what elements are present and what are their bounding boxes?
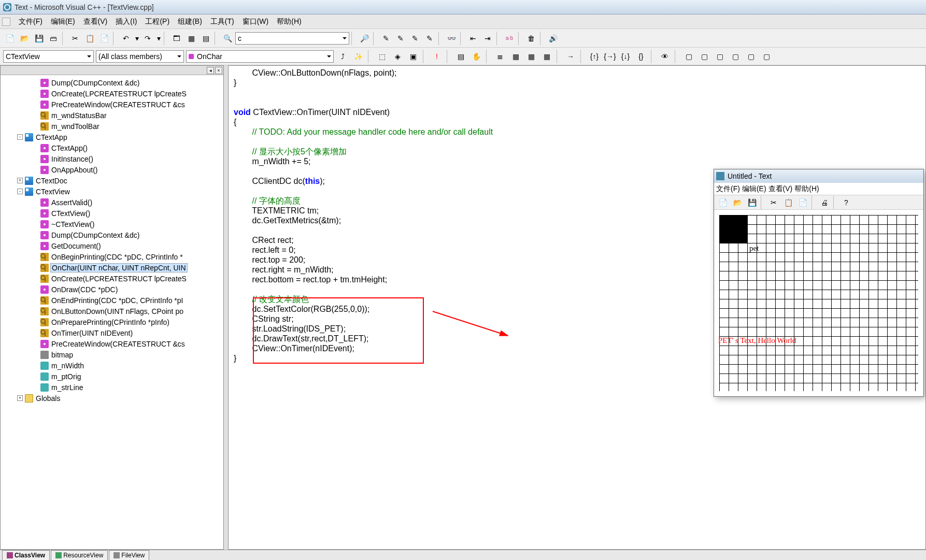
wand-red-icon[interactable]: ✎ bbox=[379, 32, 393, 45]
child-menu-edit[interactable]: 编辑(E) bbox=[742, 184, 766, 194]
expand-icon[interactable]: + bbox=[17, 178, 23, 183]
tree-node[interactable]: PreCreateWindow(CREATESTRUCT &cs bbox=[2, 99, 222, 110]
dbg4-button[interactable]: ▦ bbox=[540, 50, 553, 63]
wand2-button[interactable]: ✎ bbox=[408, 32, 422, 45]
expand-icon[interactable]: - bbox=[17, 134, 23, 140]
tree-node[interactable]: +CTextDoc bbox=[2, 175, 222, 186]
undo-button[interactable]: ↶ bbox=[119, 32, 133, 45]
tree-node[interactable]: InitInstance() bbox=[2, 153, 222, 164]
menu-build[interactable]: 组建(B) bbox=[174, 16, 206, 27]
step-over-button[interactable]: {→} bbox=[603, 50, 617, 63]
child-new-button[interactable]: 📄 bbox=[716, 196, 730, 209]
output-button[interactable]: ▤ bbox=[199, 32, 212, 45]
tab-fileview[interactable]: FileView bbox=[109, 550, 149, 560]
w6-button[interactable]: ▢ bbox=[760, 50, 773, 63]
panel-left-button[interactable]: ◂ bbox=[207, 67, 214, 74]
binoculars-icon[interactable]: 👓 bbox=[445, 32, 458, 45]
dbg2-button[interactable]: ▦ bbox=[509, 50, 522, 63]
save-button[interactable]: 💾 bbox=[32, 32, 46, 45]
w5-button[interactable]: ▢ bbox=[744, 50, 758, 63]
tree-node[interactable]: OnCreate(LPCREATESTRUCT lpCreateS bbox=[2, 88, 222, 99]
filter-combo[interactable]: (All class members) bbox=[96, 50, 184, 63]
run-button[interactable]: → bbox=[564, 50, 577, 63]
member-combo[interactable]: OnChar bbox=[186, 50, 334, 63]
tree-node[interactable]: OnBeginPrinting(CDC *pDC, CPrintInfo * bbox=[2, 251, 222, 262]
tree-node[interactable]: OnDraw(CDC *pDC) bbox=[2, 284, 222, 295]
tree-node[interactable]: OnAppAbout() bbox=[2, 164, 222, 175]
go-button[interactable]: ⤴ bbox=[336, 50, 349, 63]
expand-icon[interactable]: - bbox=[17, 189, 23, 194]
menu-project[interactable]: 工程(P) bbox=[141, 16, 174, 27]
indent-inc-button[interactable]: ⇥ bbox=[481, 32, 494, 45]
step-out-button[interactable]: {↑} bbox=[588, 50, 601, 63]
child-menu-view[interactable]: 查看(V) bbox=[768, 184, 793, 194]
child-copy-button[interactable]: 📋 bbox=[781, 196, 795, 209]
menu-view[interactable]: 查看(V) bbox=[79, 16, 112, 27]
child-save-button[interactable]: 💾 bbox=[745, 196, 759, 209]
tree-node[interactable]: m_strLine bbox=[2, 382, 222, 393]
tree-node[interactable]: OnEndPrinting(CDC *pDC, CPrintInfo *pI bbox=[2, 295, 222, 306]
find-tool-button[interactable]: 🔎 bbox=[358, 32, 371, 45]
tree-node[interactable]: m_wndToolBar bbox=[2, 121, 222, 132]
b1-button[interactable]: ⬚ bbox=[375, 50, 389, 63]
menu-edit[interactable]: 编辑(E) bbox=[47, 16, 79, 27]
child-help-button[interactable]: ? bbox=[839, 196, 853, 209]
tree-node[interactable]: OnPreparePrinting(CPrintInfo *pInfo) bbox=[2, 317, 222, 327]
menu-file[interactable]: 文件(F) bbox=[15, 16, 47, 27]
new-text-button[interactable]: 📄 bbox=[3, 32, 17, 45]
wand3-button[interactable]: ✎ bbox=[423, 32, 436, 45]
child-menu-help[interactable]: 帮助(H) bbox=[794, 184, 819, 194]
paste-button[interactable]: 📄 bbox=[97, 32, 111, 45]
tree-node[interactable]: OnTimer(UINT nIDEvent) bbox=[2, 327, 222, 338]
wiz-button[interactable]: ✨ bbox=[351, 50, 365, 63]
tree-node[interactable]: PreCreateWindow(CREATESTRUCT &cs bbox=[2, 338, 222, 349]
tree-node[interactable]: +Globals bbox=[2, 393, 222, 404]
hand-icon[interactable]: ✋ bbox=[469, 50, 483, 63]
tab-classview[interactable]: ClassView bbox=[2, 550, 50, 560]
tree-node[interactable]: Dump(CDumpContext &dc) bbox=[2, 229, 222, 240]
wand-button[interactable]: ✎ bbox=[394, 32, 407, 45]
window-list-button[interactable]: ▦ bbox=[184, 32, 198, 45]
w1-button[interactable]: ▢ bbox=[682, 50, 695, 63]
brace-button[interactable]: {} bbox=[634, 50, 648, 63]
step-in-button[interactable]: {↓} bbox=[619, 50, 632, 63]
tree-node[interactable]: ~CTextView() bbox=[2, 219, 222, 229]
dbg1-button[interactable]: ≣ bbox=[493, 50, 507, 63]
menu-tools[interactable]: 工具(T) bbox=[206, 16, 238, 27]
copy-button[interactable]: 📋 bbox=[83, 32, 96, 45]
open-button[interactable]: 📂 bbox=[18, 32, 31, 45]
panel-close-button[interactable]: × bbox=[215, 67, 222, 74]
tree-node[interactable]: CTextView() bbox=[2, 208, 222, 219]
redo-button[interactable]: ↷ bbox=[141, 32, 154, 45]
tree-node[interactable]: -CTextApp bbox=[2, 132, 222, 142]
dbg3-button[interactable]: ▦ bbox=[524, 50, 538, 63]
tree-node[interactable]: GetDocument() bbox=[2, 240, 222, 251]
b2-button[interactable]: ◈ bbox=[391, 50, 404, 63]
delete-button[interactable]: 🗑 bbox=[524, 32, 538, 45]
child-print-button[interactable]: 🖨 bbox=[818, 196, 831, 209]
tree-node[interactable]: OnCreate(LPCREATESTRUCT lpCreateS bbox=[2, 273, 222, 284]
watch-button[interactable]: 👁 bbox=[658, 50, 672, 63]
workspace-button[interactable]: 🗔 bbox=[170, 32, 183, 45]
menu-insert[interactable]: 插入(I) bbox=[111, 16, 141, 27]
tab-resourceview[interactable]: ResourceView bbox=[51, 550, 108, 560]
tree-node[interactable]: bitmap bbox=[2, 349, 222, 360]
w3-button[interactable]: ▢ bbox=[713, 50, 726, 63]
indent-dec-button[interactable]: ⇤ bbox=[466, 32, 480, 45]
breakpoint-button[interactable]: ! bbox=[430, 50, 444, 63]
compile-button[interactable]: ▤ bbox=[454, 50, 467, 63]
expand-icon[interactable]: + bbox=[17, 395, 23, 401]
class-tree[interactable]: Dump(CDumpContext &dc)OnCreate(LPCREATES… bbox=[1, 75, 223, 549]
menu-window[interactable]: 窗口(W) bbox=[238, 16, 273, 27]
menu-help[interactable]: 帮助(H) bbox=[273, 16, 305, 27]
child-menu-file[interactable]: 文件(F) bbox=[716, 184, 740, 194]
w2-button[interactable]: ▢ bbox=[697, 50, 711, 63]
splitter[interactable] bbox=[224, 65, 228, 550]
tree-node[interactable]: OnChar(UINT nChar, UINT nRepCnt, UIN bbox=[2, 262, 222, 273]
child-paste-button[interactable]: 📄 bbox=[796, 196, 809, 209]
tree-node[interactable]: -CTextView bbox=[2, 186, 222, 197]
child-open-button[interactable]: 📂 bbox=[731, 196, 744, 209]
undo-dropdown[interactable]: ▾ bbox=[134, 32, 140, 45]
ab-button[interactable]: a·b bbox=[503, 32, 516, 45]
tree-node[interactable]: OnLButtonDown(UINT nFlags, CPoint po bbox=[2, 306, 222, 317]
